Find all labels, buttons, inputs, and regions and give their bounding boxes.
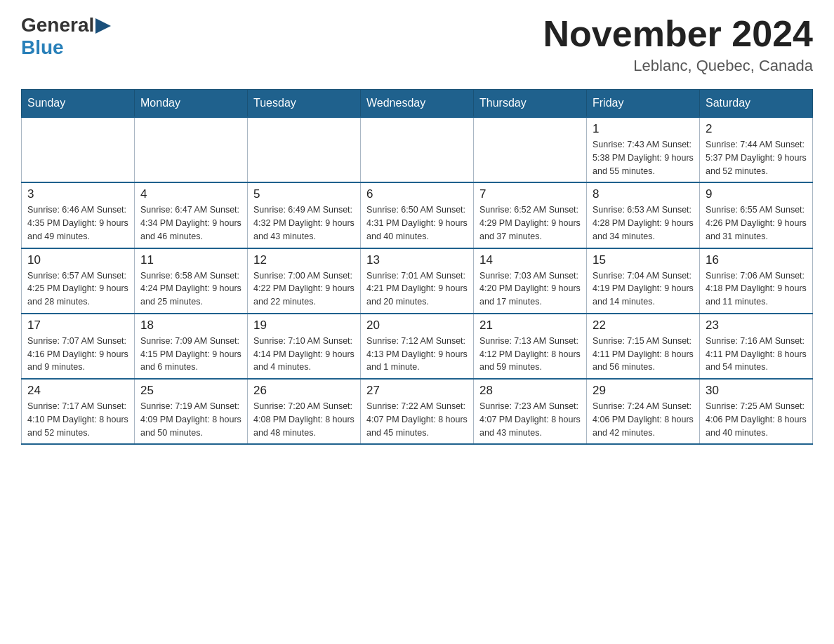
day-number: 12 — [253, 253, 355, 267]
calendar-week-row: 24Sunrise: 7:17 AM Sunset: 4:10 PM Dayli… — [22, 379, 813, 444]
location-subtitle: Leblanc, Quebec, Canada — [543, 57, 813, 75]
day-number: 30 — [706, 384, 807, 398]
day-info: Sunrise: 7:06 AM Sunset: 4:18 PM Dayligh… — [706, 269, 807, 309]
day-info: Sunrise: 6:57 AM Sunset: 4:25 PM Dayligh… — [27, 269, 128, 309]
logo-general-text: General — [21, 14, 94, 36]
logo: General Blue — [21, 14, 111, 59]
calendar-day-cell: 15Sunrise: 7:04 AM Sunset: 4:19 PM Dayli… — [587, 248, 700, 314]
day-number: 3 — [27, 187, 128, 201]
day-number: 7 — [479, 187, 581, 201]
calendar-day-cell: 24Sunrise: 7:17 AM Sunset: 4:10 PM Dayli… — [22, 379, 135, 444]
calendar-day-cell: 26Sunrise: 7:20 AM Sunset: 4:08 PM Dayli… — [248, 379, 361, 444]
calendar-day-cell — [361, 117, 474, 182]
day-info: Sunrise: 7:16 AM Sunset: 4:11 PM Dayligh… — [706, 335, 807, 374]
calendar-week-row: 1Sunrise: 7:43 AM Sunset: 5:38 PM Daylig… — [22, 117, 813, 182]
day-number: 28 — [479, 384, 581, 398]
calendar-day-cell: 14Sunrise: 7:03 AM Sunset: 4:20 PM Dayli… — [474, 248, 587, 314]
calendar-day-cell: 30Sunrise: 7:25 AM Sunset: 4:06 PM Dayli… — [700, 379, 813, 444]
calendar-day-cell: 16Sunrise: 7:06 AM Sunset: 4:18 PM Dayli… — [700, 248, 813, 314]
calendar-day-cell: 23Sunrise: 7:16 AM Sunset: 4:11 PM Dayli… — [700, 314, 813, 379]
day-info: Sunrise: 7:20 AM Sunset: 4:08 PM Dayligh… — [253, 400, 355, 439]
day-info: Sunrise: 7:04 AM Sunset: 4:19 PM Dayligh… — [593, 269, 694, 309]
day-number: 5 — [253, 187, 355, 201]
calendar-header-row: SundayMondayTuesdayWednesdayThursdayFrid… — [22, 90, 813, 118]
calendar-day-cell — [22, 117, 135, 182]
day-number: 26 — [253, 384, 355, 398]
svg-marker-0 — [95, 18, 111, 34]
day-info: Sunrise: 7:12 AM Sunset: 4:13 PM Dayligh… — [366, 335, 468, 374]
day-info: Sunrise: 7:07 AM Sunset: 4:16 PM Dayligh… — [27, 335, 128, 374]
calendar-day-header: Sunday — [22, 90, 135, 118]
calendar-day-cell: 6Sunrise: 6:50 AM Sunset: 4:31 PM Daylig… — [361, 182, 474, 248]
day-number: 10 — [27, 253, 128, 267]
day-info: Sunrise: 7:00 AM Sunset: 4:22 PM Dayligh… — [253, 269, 355, 309]
day-number: 14 — [479, 253, 581, 267]
calendar-day-cell: 2Sunrise: 7:44 AM Sunset: 5:37 PM Daylig… — [700, 117, 813, 182]
calendar-day-cell: 13Sunrise: 7:01 AM Sunset: 4:21 PM Dayli… — [361, 248, 474, 314]
day-info: Sunrise: 6:46 AM Sunset: 4:35 PM Dayligh… — [27, 203, 128, 243]
calendar-week-row: 10Sunrise: 6:57 AM Sunset: 4:25 PM Dayli… — [22, 248, 813, 314]
day-number: 1 — [593, 122, 694, 136]
calendar-table: SundayMondayTuesdayWednesdayThursdayFrid… — [21, 89, 813, 445]
calendar-day-cell: 18Sunrise: 7:09 AM Sunset: 4:15 PM Dayli… — [135, 314, 248, 379]
calendar-day-cell: 4Sunrise: 6:47 AM Sunset: 4:34 PM Daylig… — [135, 182, 248, 248]
day-info: Sunrise: 6:49 AM Sunset: 4:32 PM Dayligh… — [253, 203, 355, 243]
day-info: Sunrise: 7:09 AM Sunset: 4:15 PM Dayligh… — [140, 335, 241, 374]
day-number: 22 — [593, 318, 694, 333]
day-number: 24 — [27, 384, 128, 398]
day-info: Sunrise: 7:13 AM Sunset: 4:12 PM Dayligh… — [479, 335, 581, 374]
calendar-day-cell — [135, 117, 248, 182]
day-number: 23 — [706, 318, 807, 333]
page-header: General Blue November 2024 Leblanc, Queb… — [21, 14, 813, 75]
logo-arrow-icon — [95, 18, 111, 34]
calendar-day-cell: 28Sunrise: 7:23 AM Sunset: 4:07 PM Dayli… — [474, 379, 587, 444]
day-info: Sunrise: 7:17 AM Sunset: 4:10 PM Dayligh… — [27, 400, 128, 439]
calendar-day-cell: 5Sunrise: 6:49 AM Sunset: 4:32 PM Daylig… — [248, 182, 361, 248]
day-info: Sunrise: 7:44 AM Sunset: 5:37 PM Dayligh… — [706, 138, 807, 177]
day-number: 19 — [253, 318, 355, 333]
calendar-day-header: Monday — [135, 90, 248, 118]
calendar-day-cell: 12Sunrise: 7:00 AM Sunset: 4:22 PM Dayli… — [248, 248, 361, 314]
day-info: Sunrise: 7:43 AM Sunset: 5:38 PM Dayligh… — [593, 138, 694, 177]
day-info: Sunrise: 7:25 AM Sunset: 4:06 PM Dayligh… — [706, 400, 807, 439]
day-info: Sunrise: 7:19 AM Sunset: 4:09 PM Dayligh… — [140, 400, 241, 439]
title-section: November 2024 Leblanc, Quebec, Canada — [543, 14, 813, 75]
logo-blue-text: Blue — [21, 36, 64, 58]
day-number: 9 — [706, 187, 807, 201]
calendar-day-cell: 29Sunrise: 7:24 AM Sunset: 4:06 PM Dayli… — [587, 379, 700, 444]
calendar-day-header: Friday — [587, 90, 700, 118]
day-number: 29 — [593, 384, 694, 398]
calendar-day-header: Saturday — [700, 90, 813, 118]
day-number: 25 — [140, 384, 241, 398]
day-info: Sunrise: 7:01 AM Sunset: 4:21 PM Dayligh… — [366, 269, 468, 309]
calendar-day-cell: 21Sunrise: 7:13 AM Sunset: 4:12 PM Dayli… — [474, 314, 587, 379]
month-title: November 2024 — [543, 14, 813, 54]
calendar-day-cell: 17Sunrise: 7:07 AM Sunset: 4:16 PM Dayli… — [22, 314, 135, 379]
day-info: Sunrise: 7:22 AM Sunset: 4:07 PM Dayligh… — [366, 400, 468, 439]
day-info: Sunrise: 7:23 AM Sunset: 4:07 PM Dayligh… — [479, 400, 581, 439]
calendar-day-cell: 22Sunrise: 7:15 AM Sunset: 4:11 PM Dayli… — [587, 314, 700, 379]
day-number: 17 — [27, 318, 128, 333]
calendar-day-cell: 20Sunrise: 7:12 AM Sunset: 4:13 PM Dayli… — [361, 314, 474, 379]
day-info: Sunrise: 7:24 AM Sunset: 4:06 PM Dayligh… — [593, 400, 694, 439]
day-number: 21 — [479, 318, 581, 333]
calendar-day-cell: 3Sunrise: 6:46 AM Sunset: 4:35 PM Daylig… — [22, 182, 135, 248]
day-info: Sunrise: 6:50 AM Sunset: 4:31 PM Dayligh… — [366, 203, 468, 243]
day-number: 2 — [706, 122, 807, 136]
calendar-day-header: Wednesday — [361, 90, 474, 118]
day-info: Sunrise: 7:15 AM Sunset: 4:11 PM Dayligh… — [593, 335, 694, 374]
calendar-day-cell: 19Sunrise: 7:10 AM Sunset: 4:14 PM Dayli… — [248, 314, 361, 379]
calendar-day-cell: 10Sunrise: 6:57 AM Sunset: 4:25 PM Dayli… — [22, 248, 135, 314]
day-number: 16 — [706, 253, 807, 267]
day-info: Sunrise: 6:55 AM Sunset: 4:26 PM Dayligh… — [706, 203, 807, 243]
day-info: Sunrise: 6:58 AM Sunset: 4:24 PM Dayligh… — [140, 269, 241, 309]
calendar-week-row: 3Sunrise: 6:46 AM Sunset: 4:35 PM Daylig… — [22, 182, 813, 248]
calendar-day-cell: 7Sunrise: 6:52 AM Sunset: 4:29 PM Daylig… — [474, 182, 587, 248]
day-number: 27 — [366, 384, 468, 398]
day-number: 8 — [593, 187, 694, 201]
day-info: Sunrise: 6:53 AM Sunset: 4:28 PM Dayligh… — [593, 203, 694, 243]
calendar-week-row: 17Sunrise: 7:07 AM Sunset: 4:16 PM Dayli… — [22, 314, 813, 379]
day-number: 15 — [593, 253, 694, 267]
calendar-day-header: Tuesday — [248, 90, 361, 118]
calendar-day-cell: 9Sunrise: 6:55 AM Sunset: 4:26 PM Daylig… — [700, 182, 813, 248]
